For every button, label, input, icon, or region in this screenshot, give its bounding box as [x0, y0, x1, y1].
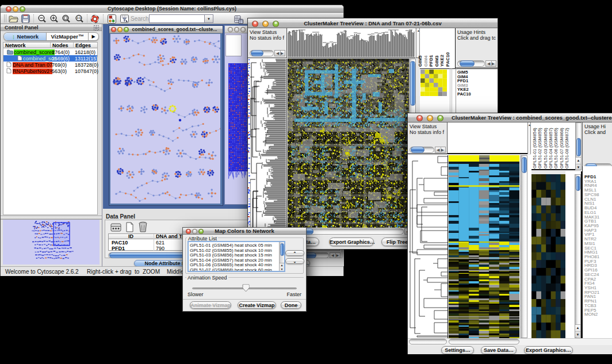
svg-text:1:1: 1:1 — [76, 16, 81, 20]
